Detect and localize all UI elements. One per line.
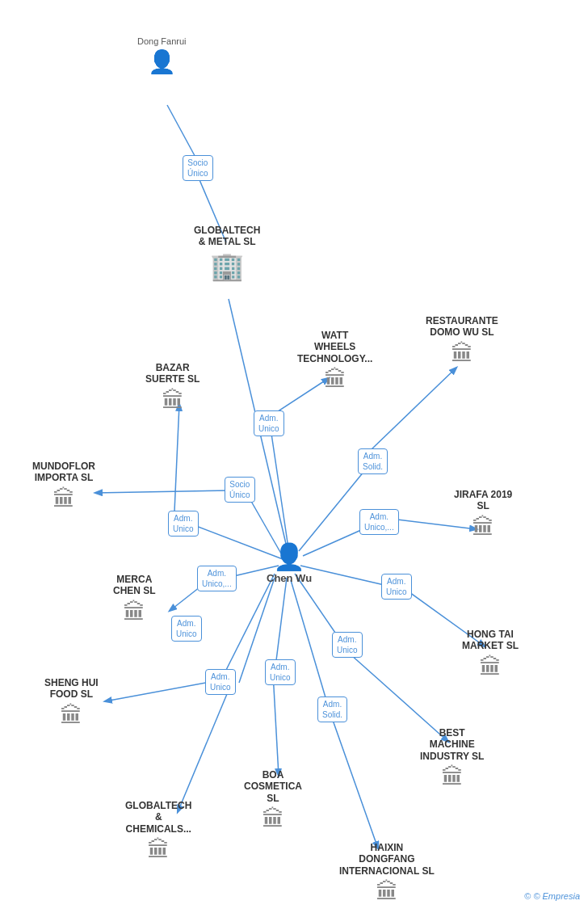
badge-adm-unico-best[interactable]: Adm.Unico [332, 632, 363, 658]
jirafa-2019-icon: 🏛 [472, 514, 494, 541]
boa-cosmetica-icon: 🏛 [262, 806, 284, 832]
svg-line-6 [95, 490, 231, 493]
node-dong-fanrui[interactable]: Dong Fanrui 👤 [137, 36, 187, 75]
svg-line-10 [372, 368, 456, 449]
org-chart: Dong Fanrui 👤 SocioÚnico GLOBALTECH& MET… [0, 0, 588, 909]
svg-line-0 [167, 105, 198, 162]
best-machine-icon: 🏛 [441, 764, 464, 790]
node-restaurante-domo[interactable]: RESTAURANTEDOMO WU SL 🏛 [426, 315, 498, 367]
node-chen-wu[interactable]: 👤 Chen Wu [267, 541, 312, 587]
boa-cosmetica-label: BOACOSMETICASL [244, 769, 302, 804]
hong-tai-icon: 🏛 [479, 654, 502, 680]
globaltech-metal-icon: 🏢 [210, 250, 244, 282]
restaurante-domo-icon: 🏛 [451, 340, 473, 367]
badge-adm-unico-boa[interactable]: Adm.Unico [265, 659, 296, 685]
badge-adm-unico-merca2[interactable]: Adm.Unico [171, 616, 202, 642]
dong-fanrui-icon: 👤 [148, 48, 176, 75]
mundoflor-icon: 🏛 [52, 486, 75, 512]
badge-adm-unico-merca[interactable]: Adm.Unico,... [197, 566, 237, 591]
watt-wheels-label: WATTWHEELSTECHNOLOGY... [297, 330, 372, 364]
svg-line-18 [105, 681, 214, 701]
badge-adm-unico-sheng[interactable]: Adm.Unico [205, 669, 236, 695]
chen-wu-icon: 👤 [273, 541, 305, 572]
badge-adm-unico-hong[interactable]: Adm.Unico [381, 574, 412, 600]
svg-line-7 [271, 428, 289, 553]
watt-wheels-icon: 🏛 [324, 366, 346, 393]
haixin-dongfang-icon: 🏛 [376, 878, 398, 905]
bazar-suerte-label: BAZARSUERTE SL [145, 362, 200, 385]
badge-adm-unico-domo[interactable]: Adm.Unico,... [359, 509, 399, 535]
svg-line-9 [299, 462, 372, 551]
badge-socio-unico-bazar[interactable]: SocioÚnico [225, 477, 255, 503]
node-globaltech-metal[interactable]: GLOBALTECH& METAL SL 🏢 [194, 225, 260, 282]
haixin-dongfang-label: HAIXINDONGFANGINTERNACIONAL SL [339, 842, 435, 877]
watermark: © © Empresia [524, 891, 580, 901]
svg-line-25 [291, 580, 330, 711]
node-hong-tai[interactable]: HONG TAIMARKET SL 🏛 [462, 629, 519, 680]
node-globaltech-chem[interactable]: GLOBALTECH&CHEMICALS... 🏛 [125, 800, 191, 863]
mundoflor-label: MUNDOFLORIMPORTA SL [32, 461, 95, 484]
best-machine-label: BESTMACHINEINDUSTRY SL [420, 727, 484, 762]
badge-adm-unico-bazar[interactable]: Adm.Unico [168, 511, 199, 537]
jirafa-2019-label: JIRAFA 2019SL [454, 489, 512, 512]
node-best-machine[interactable]: BESTMACHINEINDUSTRY SL 🏛 [420, 727, 484, 790]
node-boa-cosmetica[interactable]: BOACOSMETICASL 🏛 [244, 769, 302, 832]
sheng-hui-label: SHENG HUIFOOD SL [44, 677, 99, 701]
node-watt-wheels[interactable]: WATTWHEELSTECHNOLOGY... 🏛 [297, 330, 372, 393]
svg-line-22 [273, 673, 279, 776]
watermark-copyright: © [524, 891, 531, 901]
globaltech-chem-icon: 🏛 [147, 836, 170, 863]
hong-tai-label: HONG TAIMARKET SL [462, 629, 519, 652]
chen-wu-label: Chen Wu [267, 572, 312, 585]
node-haixin-dongfang[interactable]: HAIXINDONGFANGINTERNACIONAL SL 🏛 [339, 842, 435, 905]
node-merca-chen[interactable]: MERCACHEN SL 🏛 [113, 574, 156, 625]
globaltech-metal-label: GLOBALTECH& METAL SL [194, 225, 260, 248]
merca-chen-icon: 🏛 [123, 599, 145, 625]
badge-socio-unico-top[interactable]: SocioÚnico [183, 155, 213, 181]
watermark-text: © Empresia [533, 891, 580, 901]
badge-adm-solid-watt[interactable]: Adm.Solid. [358, 448, 388, 474]
node-jirafa-2019[interactable]: JIRAFA 2019SL 🏛 [454, 489, 512, 541]
globaltech-chem-label: GLOBALTECH&CHEMICALS... [125, 800, 191, 835]
restaurante-domo-label: RESTAURANTEDOMO WU SL [426, 315, 498, 339]
bazar-suerte-icon: 🏛 [162, 387, 184, 414]
node-mundoflor[interactable]: MUNDOFLORIMPORTA SL 🏛 [32, 461, 95, 512]
dong-fanrui-label: Dong Fanrui [137, 36, 187, 47]
node-sheng-hui[interactable]: SHENG HUIFOOD SL 🏛 [44, 677, 99, 729]
svg-line-26 [330, 711, 378, 848]
node-bazar-suerte[interactable]: BAZARSUERTE SL 🏛 [145, 362, 200, 414]
badge-adm-unico-watt[interactable]: Adm.Unico [254, 410, 284, 436]
svg-line-24 [178, 684, 231, 812]
sheng-hui-icon: 🏛 [60, 702, 82, 729]
merca-chen-label: MERCACHEN SL [113, 574, 156, 597]
badge-adm-solid-haixin[interactable]: Adm.Solid. [317, 696, 347, 722]
